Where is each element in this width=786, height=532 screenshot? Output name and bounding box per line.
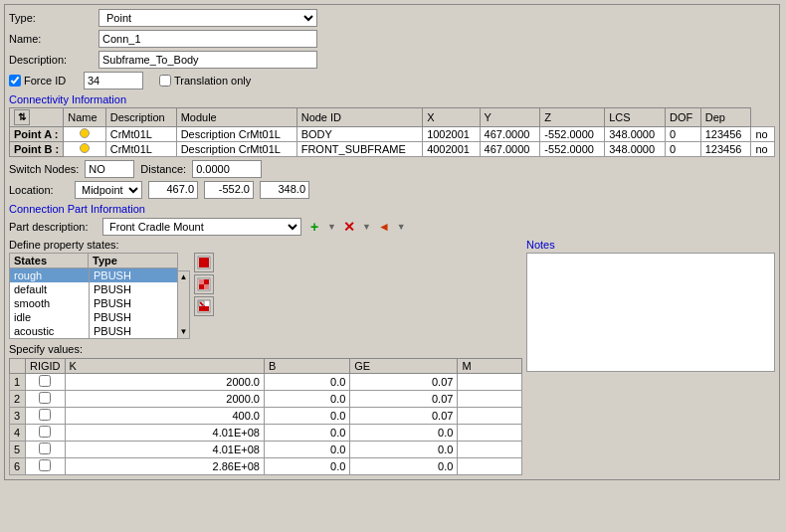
svg-rect-4 (204, 263, 209, 267)
scroll-up-arrow[interactable]: ▲ (178, 271, 189, 283)
svg-rect-3 (199, 263, 204, 267)
add-part-button[interactable]: + (305, 218, 323, 236)
k-value[interactable]: 2000.0 (65, 391, 264, 408)
remove-part-button[interactable]: ✕ (340, 218, 358, 236)
rigid-checkbox[interactable] (39, 392, 51, 404)
state-idle[interactable]: idle (10, 310, 89, 324)
force-id-input[interactable] (84, 72, 143, 89)
ge-value[interactable]: 0.0 (350, 442, 458, 458)
connectivity-table: ⇅ Name Description Module Node ID X Y Z … (9, 107, 775, 157)
dropdown-arrow-1[interactable]: ▼ (327, 222, 336, 232)
svg-rect-2 (204, 258, 209, 263)
state-edit-button[interactable] (194, 274, 214, 294)
rigid-checkbox-cell[interactable] (26, 458, 66, 475)
point-b-dep: no (751, 142, 775, 157)
point-b-name: CrMt01L (105, 142, 176, 157)
rigid-checkbox[interactable] (39, 409, 51, 421)
scroll-track[interactable] (178, 283, 189, 326)
rigid-checkbox-cell[interactable] (26, 391, 66, 408)
k-value[interactable]: 2000.0 (65, 374, 264, 391)
connectivity-title: Connectivity Information (9, 93, 775, 105)
states-scrollbar[interactable]: ▲ ▼ (178, 270, 190, 339)
table-row: Point B : CrMt01L Description CrMt01L FR… (10, 142, 775, 157)
col-name: Name (64, 108, 105, 127)
val-col-ge: GE (350, 359, 458, 374)
notes-label: Notes (526, 239, 775, 251)
type-acoustic[interactable]: PBUSH (90, 324, 177, 338)
states-area: States rough default smooth idle acousti… (9, 253, 522, 339)
m-value[interactable] (458, 442, 522, 458)
ge-value[interactable]: 0.0 (350, 458, 458, 475)
states-types-list: PBUSH PBUSH PBUSH PBUSH PBUSH (89, 267, 178, 339)
col-x: X (423, 108, 480, 127)
dropdown-arrow-2[interactable]: ▼ (362, 222, 371, 232)
rigid-checkbox[interactable] (39, 443, 51, 454)
name-input[interactable] (98, 30, 317, 48)
b-value[interactable]: 0.0 (264, 442, 349, 458)
state-acoustic[interactable]: acoustic (10, 324, 89, 338)
location-select[interactable]: Midpoint (75, 181, 142, 199)
rigid-checkbox[interactable] (39, 375, 51, 387)
rigid-checkbox-cell[interactable] (26, 442, 66, 458)
table-row: 5 4.01E+08 0.0 0.0 (10, 442, 522, 458)
part-select[interactable]: Front Cradle Mount (102, 218, 301, 236)
b-value[interactable]: 0.0 (264, 408, 349, 425)
ge-value[interactable]: 0.07 (350, 374, 458, 391)
type-default[interactable]: PBUSH (90, 282, 177, 296)
m-value[interactable] (458, 425, 522, 442)
left-panel: Define property states: States rough def… (9, 239, 522, 475)
rigid-checkbox[interactable] (39, 459, 51, 471)
type-select[interactable]: Point (98, 9, 317, 27)
description-input[interactable] (98, 51, 317, 69)
location-label: Location: (9, 184, 69, 196)
type-smooth[interactable]: PBUSH (90, 296, 177, 310)
rigid-checkbox[interactable] (39, 426, 51, 438)
k-value[interactable]: 2.86E+08 (65, 458, 264, 475)
col-z: Z (540, 108, 605, 127)
point-a-desc: Description CrMt01L (176, 127, 296, 142)
rigid-checkbox-cell[interactable] (26, 425, 66, 442)
m-value[interactable] (458, 458, 522, 475)
ge-value[interactable]: 0.07 (350, 391, 458, 408)
switch-nodes-label: Switch Nodes: (9, 163, 79, 175)
name-row: Name: (9, 30, 775, 48)
m-value[interactable] (458, 391, 522, 408)
k-value[interactable]: 4.01E+08 (65, 425, 264, 442)
point-a-y: -552.0000 (540, 127, 605, 142)
state-delete-button[interactable] (194, 296, 214, 316)
state-add-button[interactable] (194, 253, 214, 272)
state-smooth[interactable]: smooth (10, 296, 89, 310)
rigid-checkbox-cell[interactable] (26, 408, 66, 425)
arrow-part-button[interactable]: ◄ (375, 218, 393, 236)
state-default[interactable]: default (10, 282, 89, 296)
m-value[interactable] (458, 408, 522, 425)
table-row: 3 400.0 0.0 0.07 (10, 408, 522, 425)
sort-button[interactable]: ⇅ (14, 109, 30, 125)
translation-only-checkbox[interactable] (159, 75, 171, 87)
type-idle[interactable]: PBUSH (90, 310, 177, 324)
ge-value[interactable]: 0.07 (350, 408, 458, 425)
force-id-label: Force ID (24, 75, 84, 87)
switch-nodes-input[interactable] (85, 160, 134, 178)
notes-textarea[interactable] (526, 253, 775, 372)
b-value[interactable]: 0.0 (264, 391, 349, 408)
k-value[interactable]: 4.01E+08 (65, 442, 264, 458)
b-value[interactable]: 0.0 (264, 458, 349, 475)
m-value[interactable] (458, 374, 522, 391)
ge-value[interactable]: 0.0 (350, 425, 458, 442)
define-states-label: Define property states: (9, 239, 522, 251)
translation-only-label: Translation only (174, 75, 251, 87)
row-number: 6 (10, 458, 26, 475)
dropdown-arrow-3[interactable]: ▼ (397, 222, 406, 232)
b-value[interactable]: 0.0 (264, 425, 349, 442)
yellow-dot-a (80, 128, 90, 138)
k-value[interactable]: 400.0 (65, 408, 264, 425)
description-label: Description: (9, 54, 98, 66)
scroll-down-arrow[interactable]: ▼ (178, 326, 189, 338)
b-value[interactable]: 0.0 (264, 374, 349, 391)
distance-input[interactable] (192, 160, 262, 178)
type-rough[interactable]: PBUSH (90, 268, 177, 282)
rigid-checkbox-cell[interactable] (26, 374, 66, 391)
state-rough[interactable]: rough (10, 268, 89, 282)
force-id-checkbox[interactable] (9, 75, 21, 87)
